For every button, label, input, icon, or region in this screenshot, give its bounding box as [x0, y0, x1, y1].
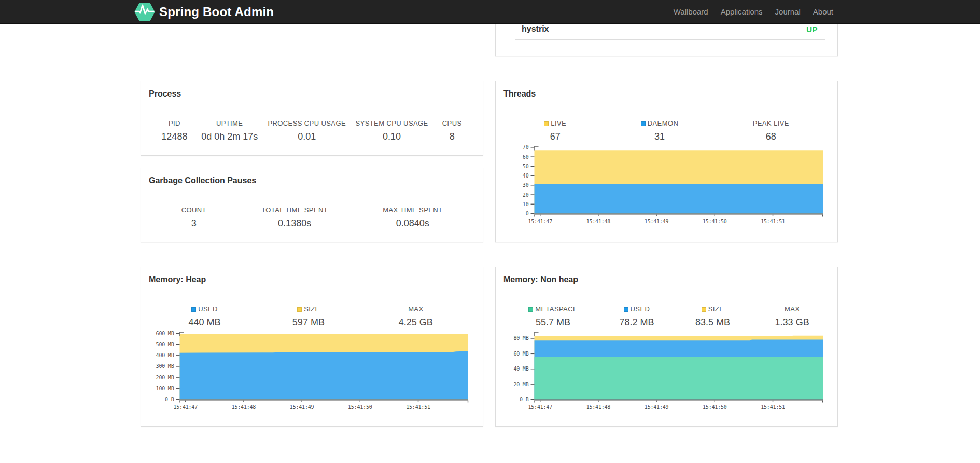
svg-text:30: 30 — [523, 182, 529, 188]
nonheap-chart: 0 B20 MB40 MB60 MB80 MB15:41:4715:41:481… — [496, 267, 837, 419]
svg-text:15:41:47: 15:41:47 — [528, 404, 552, 410]
metric-cpus: CPUS 8 — [429, 119, 475, 143]
svg-text:15:41:51: 15:41:51 — [406, 404, 430, 410]
svg-text:50: 50 — [523, 164, 529, 169]
threads-panel: Threads LIVE 67 DAEMON 31 PEAK LIVE 68 0… — [495, 81, 838, 242]
brand-title: Spring Boot Admin — [159, 5, 274, 19]
svg-text:60: 60 — [523, 154, 529, 160]
brand-logo-icon — [134, 1, 156, 23]
svg-text:15:41:48: 15:41:48 — [586, 219, 611, 224]
svg-text:15:41:50: 15:41:50 — [348, 404, 372, 410]
svg-text:15:41:48: 15:41:48 — [232, 404, 256, 410]
svg-text:15:41:47: 15:41:47 — [528, 219, 552, 224]
svg-text:15:41:51: 15:41:51 — [761, 404, 785, 410]
memory-nonheap-panel: Memory: Non heap METASPACE 55.7 MB USED … — [495, 267, 838, 427]
metric-process-cpu-usage: PROCESS CPU USAGE 0.01 — [259, 119, 355, 143]
svg-text:40: 40 — [523, 173, 529, 179]
svg-text:20: 20 — [523, 192, 529, 198]
metric-pid: PID 12488 — [149, 119, 200, 143]
svg-text:200 MB: 200 MB — [156, 375, 174, 380]
panel-title-gc: Garbage Collection Pauses — [141, 168, 483, 193]
heap-chart: 0 B100 MB200 MB300 MB400 MB500 MB600 MB1… — [141, 267, 483, 419]
metric-gc-max-time: MAX TIME SPENT 0.0840s — [351, 206, 475, 230]
svg-text:15:41:49: 15:41:49 — [290, 404, 314, 410]
svg-text:70: 70 — [523, 144, 529, 150]
health-item-row: hystrix UP — [515, 23, 825, 40]
svg-text:60 MB: 60 MB — [513, 351, 528, 357]
svg-text:40 MB: 40 MB — [513, 366, 528, 372]
brand-link[interactable]: Spring Boot Admin — [134, 0, 274, 23]
panel-title-process: Process — [141, 81, 483, 106]
health-status-badge: UP — [806, 23, 825, 35]
svg-text:15:41:50: 15:41:50 — [703, 404, 727, 410]
process-metrics: PID 12488 UPTIME 0d 0h 2m 17s PROCESS CP… — [141, 106, 483, 143]
metric-gc-total-time: TOTAL TIME SPENT 0.1380s — [239, 206, 351, 230]
svg-text:15:41:50: 15:41:50 — [703, 219, 727, 224]
threads-chart: 01020304050607015:41:4715:41:4815:41:491… — [496, 81, 837, 233]
svg-text:10: 10 — [523, 201, 529, 207]
metric-uptime: UPTIME 0d 0h 2m 17s — [200, 119, 259, 143]
svg-text:400 MB: 400 MB — [156, 352, 174, 358]
svg-text:300 MB: 300 MB — [156, 363, 174, 369]
svg-text:15:41:49: 15:41:49 — [645, 404, 669, 410]
navbar: Spring Boot Admin Wallboard Applications… — [0, 0, 980, 24]
svg-text:0: 0 — [526, 211, 529, 216]
nav-item-journal[interactable]: Journal — [769, 0, 807, 23]
health-item-name: hystrix — [515, 23, 549, 35]
memory-heap-panel: Memory: Heap USED 440 MB SIZE 597 MB MAX… — [141, 267, 483, 427]
nav-item-wallboard[interactable]: Wallboard — [667, 0, 715, 23]
svg-text:15:41:48: 15:41:48 — [586, 404, 611, 410]
nav-item-applications[interactable]: Applications — [715, 0, 769, 23]
nav-item-about[interactable]: About — [807, 0, 839, 23]
svg-text:15:41:51: 15:41:51 — [761, 219, 785, 224]
svg-text:0 B: 0 B — [520, 397, 529, 402]
svg-text:80 MB: 80 MB — [513, 335, 528, 341]
svg-text:100 MB: 100 MB — [156, 386, 174, 391]
process-panel: Process PID 12488 UPTIME 0d 0h 2m 17s PR… — [141, 81, 483, 156]
metric-system-cpu-usage: SYSTEM CPU USAGE 0.10 — [355, 119, 429, 143]
svg-text:600 MB: 600 MB — [156, 331, 174, 336]
gc-panel: Garbage Collection Pauses COUNT 3 TOTAL … — [141, 168, 483, 242]
details-page: hystrix UP Process PID 12488 UPTIME 0d 0… — [0, 0, 980, 463]
nav-links: Wallboard Applications Journal About — [667, 0, 839, 23]
svg-text:20 MB: 20 MB — [513, 382, 528, 387]
svg-text:15:41:47: 15:41:47 — [173, 404, 198, 410]
metric-gc-count: COUNT 3 — [149, 206, 239, 230]
svg-text:0 B: 0 B — [165, 397, 174, 402]
svg-text:15:41:49: 15:41:49 — [645, 219, 669, 224]
gc-metrics: COUNT 3 TOTAL TIME SPENT 0.1380s MAX TIM… — [141, 193, 483, 230]
svg-text:500 MB: 500 MB — [156, 342, 174, 347]
